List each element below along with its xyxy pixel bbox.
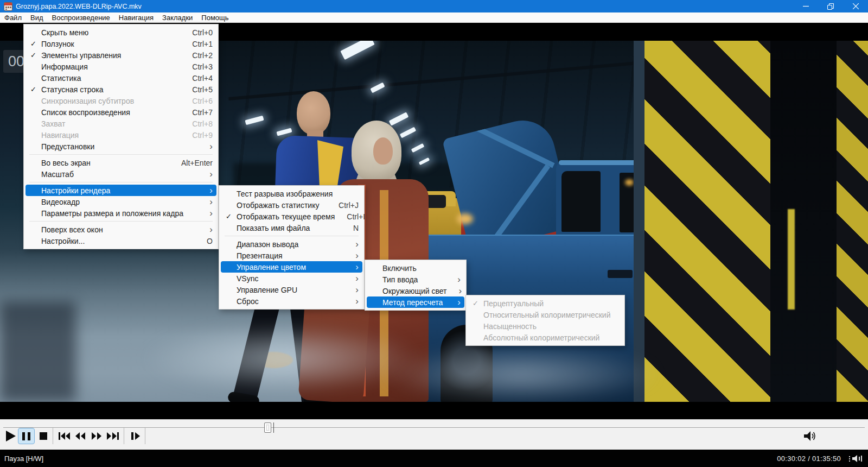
menu-item[interactable]: Тип ввода› xyxy=(367,274,464,285)
menu-item[interactable]: Метод пересчета› xyxy=(367,296,464,308)
skip-back-button[interactable] xyxy=(57,429,71,443)
menu-item[interactable]: СтатистикаCtrl+4 xyxy=(25,72,216,84)
status-bar: Пауза [H/W] 00:30:02 / 01:35:50 xyxy=(0,450,868,467)
menu-separator xyxy=(29,221,213,222)
menu-item[interactable]: Управление GPU› xyxy=(221,284,362,295)
menu-item[interactable]: Видеокадр› xyxy=(25,196,216,207)
menu-view[interactable]: Вид xyxy=(26,14,48,22)
skip-forward-button[interactable] xyxy=(106,429,120,443)
menu-item[interactable]: Во весь экранAlt+Enter xyxy=(25,157,216,168)
submenu-arrow-icon: › xyxy=(209,169,213,179)
menu-shortcut: N xyxy=(353,224,359,232)
menu-item-label: Параметры размера и положения кадра xyxy=(41,209,197,218)
window-title: Groznyj.papa.2022.WEB-DLRip-AVC.mkv xyxy=(16,3,142,10)
pause-button[interactable] xyxy=(18,428,35,444)
play-button[interactable] xyxy=(3,429,17,443)
seek-bar[interactable] xyxy=(3,427,865,428)
menu-bar: Файл Вид Воспроизведение Навигация Закла… xyxy=(0,12,868,23)
menu-shortcut: Ctrl+J xyxy=(339,201,359,210)
menu-item[interactable]: Отображать статистикуCtrl+J xyxy=(221,199,362,211)
check-icon: ✓ xyxy=(25,40,41,48)
check-icon: ✓ xyxy=(468,299,483,307)
menu-item-label: Презентация xyxy=(237,251,343,260)
player-window: Groznyj.papa.2022.WEB-DLRip-AVC.mkv Файл… xyxy=(0,0,868,467)
menu-separator xyxy=(29,182,213,182)
seek-position-marker xyxy=(273,422,274,433)
menu-item[interactable]: Скрыть менюCtrl+0 xyxy=(25,27,216,38)
submenu-arrow-icon: › xyxy=(355,239,359,249)
rendering-intent-menu: ✓ПерцептуальныйОтносительный колориметри… xyxy=(465,295,625,346)
menu-item-label: Метод пересчета xyxy=(382,298,445,307)
minimize-button[interactable] xyxy=(793,0,818,12)
menu-item[interactable]: Презентация› xyxy=(221,250,362,261)
menu-item[interactable]: Масштаб› xyxy=(25,168,216,180)
floor-fog xyxy=(380,345,662,402)
menu-shortcut: Ctrl+1 xyxy=(192,40,213,48)
submenu-arrow-icon: › xyxy=(355,274,359,283)
menu-item-label: Поверх всех окон xyxy=(41,225,197,234)
menu-item[interactable]: Сброс› xyxy=(221,295,362,307)
menu-item[interactable]: Настройки...O xyxy=(25,235,216,247)
menu-separator xyxy=(225,236,359,236)
menu-help[interactable]: Помощь xyxy=(197,14,233,22)
submenu-arrow-icon: › xyxy=(355,251,359,260)
menu-item[interactable]: ✓Статусная строкаCtrl+5 xyxy=(25,84,216,95)
menu-item[interactable]: Поверх всех окон› xyxy=(25,224,216,235)
menu-shortcut: Ctrl+4 xyxy=(192,74,213,83)
menu-item[interactable]: Включить xyxy=(367,262,464,274)
menu-item[interactable]: ИнформацияCtrl+3 xyxy=(25,61,216,72)
headlight-glow xyxy=(457,213,473,224)
menu-item: ✓Перцептуальный xyxy=(468,298,623,309)
menu-item-label: Ползунок xyxy=(41,40,180,48)
title-bar: Groznyj.papa.2022.WEB-DLRip-AVC.mkv xyxy=(0,0,868,12)
submenu-arrow-icon: › xyxy=(457,298,461,307)
menu-item[interactable]: Диапазон вывода› xyxy=(221,238,362,250)
volume-mute-button[interactable] xyxy=(802,429,818,443)
menu-item-label: Показать имя файла xyxy=(237,224,341,232)
menu-shortcut: Ctrl+8 xyxy=(192,119,213,128)
render-settings-menu: Тест разрыва изображенияОтображать стати… xyxy=(219,185,365,310)
submenu-arrow-icon: › xyxy=(459,286,462,295)
menu-item: Относительный колориметрический xyxy=(468,309,623,320)
fast-forward-button[interactable] xyxy=(90,429,104,443)
menu-item[interactable]: ✓Элементы управленияCtrl+2 xyxy=(25,49,216,61)
menu-item[interactable]: Управление цветом› xyxy=(221,261,362,273)
menu-item: ЗахватCtrl+8 xyxy=(25,118,216,129)
menu-item[interactable]: Настройки рендера› xyxy=(25,185,216,196)
menu-item[interactable]: ✓Отображать текущее времяCtrl+I xyxy=(221,211,362,222)
menu-shortcut: Alt+Enter xyxy=(181,159,213,167)
menu-item[interactable]: Параметры размера и положения кадра› xyxy=(25,207,216,219)
menu-item[interactable]: Показать имя файлаN xyxy=(221,222,362,234)
menu-shortcut: Ctrl+7 xyxy=(192,108,213,117)
menu-item[interactable]: ✓ПолзунокCtrl+1 xyxy=(25,38,216,49)
menu-item[interactable]: Окружающий свет› xyxy=(367,285,464,296)
menu-shortcut: Ctrl+5 xyxy=(192,85,213,94)
toolbar-separator xyxy=(145,428,145,444)
close-button[interactable] xyxy=(843,0,868,12)
menu-shortcut: Ctrl+0 xyxy=(192,28,213,37)
menu-navigation[interactable]: Навигация xyxy=(114,14,158,22)
check-icon: ✓ xyxy=(25,85,41,93)
stop-button[interactable] xyxy=(36,429,50,443)
menu-item-label: Тест разрыва изображения xyxy=(237,190,347,198)
menu-item[interactable]: VSync› xyxy=(221,273,362,284)
menu-file[interactable]: Файл xyxy=(0,14,26,22)
menu-item-label: Статусная строка xyxy=(41,85,180,94)
menu-item[interactable]: Тест разрыва изображения xyxy=(221,188,362,199)
menu-separator xyxy=(29,154,213,155)
check-icon: ✓ xyxy=(221,212,237,220)
submenu-arrow-icon: › xyxy=(209,142,213,151)
frame-step-button[interactable] xyxy=(128,429,142,443)
seek-thumb[interactable] xyxy=(264,422,271,433)
menu-playback[interactable]: Воспроизведение xyxy=(48,14,114,22)
menu-item-label: Насыщенность xyxy=(483,322,607,331)
restore-button[interactable] xyxy=(818,0,843,12)
toolbar-separator xyxy=(53,428,53,444)
menu-bookmarks[interactable]: Закладки xyxy=(158,14,197,22)
submenu-arrow-icon: › xyxy=(355,296,359,306)
menu-shortcut: Ctrl+I xyxy=(347,212,365,221)
hazard-pillar-right xyxy=(837,41,868,402)
menu-item[interactable]: Предустановки› xyxy=(25,141,216,152)
rewind-button[interactable] xyxy=(73,429,87,443)
menu-item[interactable]: Список воспроизведенияCtrl+7 xyxy=(25,106,216,118)
